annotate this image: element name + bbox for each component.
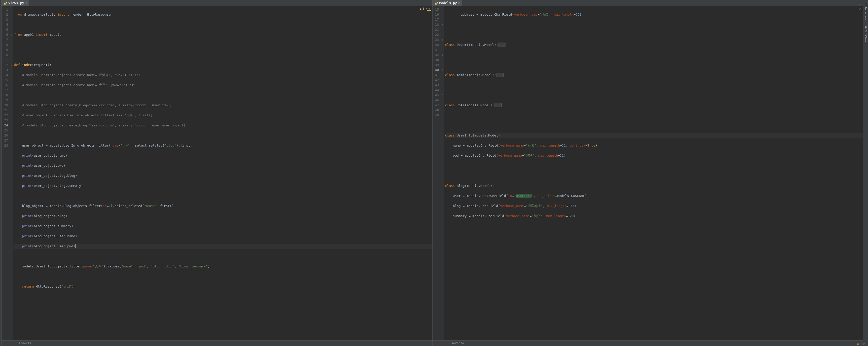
- gutter-left[interactable]: 1234567891011121314151617181920212223242…: [1, 6, 10, 341]
- warning-count: 1: [423, 7, 425, 10]
- editor-pane-right: models.py × ⋮ ✓ 151617182122233031323839…: [433, 0, 863, 341]
- database-icon: ☷: [864, 2, 868, 6]
- tab-filename: views.py: [8, 1, 24, 5]
- gutter-right[interactable]: 1516171821222330313238394041424344454647…: [433, 6, 441, 341]
- tab-more-icon[interactable]: ⋮: [426, 1, 432, 5]
- tool-tab-database[interactable]: ☷ Database: [864, 1, 868, 22]
- svg-point-0: [4, 2, 5, 2]
- breadcrumb-right[interactable]: UserInfo: [433, 341, 863, 346]
- python-file-icon: [434, 1, 438, 5]
- sciview-icon: ▦: [864, 25, 868, 29]
- inspection-widget[interactable]: ✓: [859, 7, 861, 11]
- close-icon[interactable]: ×: [25, 1, 27, 4]
- tab-models[interactable]: models.py ×: [433, 0, 462, 6]
- editor-pane-left: views.py × ⋮ ▲ 1 ∧ ∨ 1234567891011121314…: [1, 0, 433, 341]
- breadcrumb-left[interactable]: index(): [1, 341, 433, 346]
- code-content-right[interactable]: address = models.CharField(verbose_name=…: [444, 6, 863, 341]
- fold-gutter-left[interactable]: ⊟⊟: [10, 6, 13, 341]
- fold-gutter-right[interactable]: ⊞⊞⊞⊟⊟: [441, 6, 444, 341]
- breadcrumb-bar: index() UserInfo 🔆 SDN: [1, 341, 863, 346]
- tab-more-icon[interactable]: ⋮: [857, 1, 863, 5]
- svg-point-3: [436, 4, 437, 4]
- inspection-widget[interactable]: ▲ 1 ∧ ∨: [420, 7, 430, 10]
- warning-icon: ▲: [420, 7, 422, 10]
- tab-views[interactable]: views.py ×: [1, 0, 29, 6]
- code-content-left[interactable]: from django.shortcuts import render, Htt…: [13, 6, 432, 341]
- tool-tab-sciview[interactable]: ▦ SciView: [864, 24, 868, 43]
- python-file-icon: [3, 1, 7, 5]
- check-icon: ✓: [859, 7, 861, 11]
- next-highlight-icon[interactable]: ∨: [428, 7, 430, 10]
- tab-bar-left: views.py × ⋮: [1, 0, 432, 6]
- main-area: views.py × ⋮ ▲ 1 ∧ ∨ 1234567891011121314…: [1, 0, 863, 346]
- editor-split: views.py × ⋮ ▲ 1 ∧ ∨ 1234567891011121314…: [1, 0, 863, 341]
- tab-bar-right: models.py × ⋮: [433, 0, 863, 6]
- svg-point-1: [5, 4, 6, 4]
- svg-point-2: [435, 2, 436, 2]
- tab-filename: models.py: [439, 1, 457, 5]
- code-area-left[interactable]: ▲ 1 ∧ ∨ 12345678910111213141516171819202…: [1, 6, 432, 341]
- code-area-right[interactable]: ✓ 15161718212223303132383940414243444546…: [433, 6, 863, 341]
- right-tool-tabs: ☷ Database ▦ SciView: [863, 0, 868, 346]
- watermark: 🔆 SDN: [857, 343, 866, 346]
- close-icon[interactable]: ×: [458, 1, 460, 4]
